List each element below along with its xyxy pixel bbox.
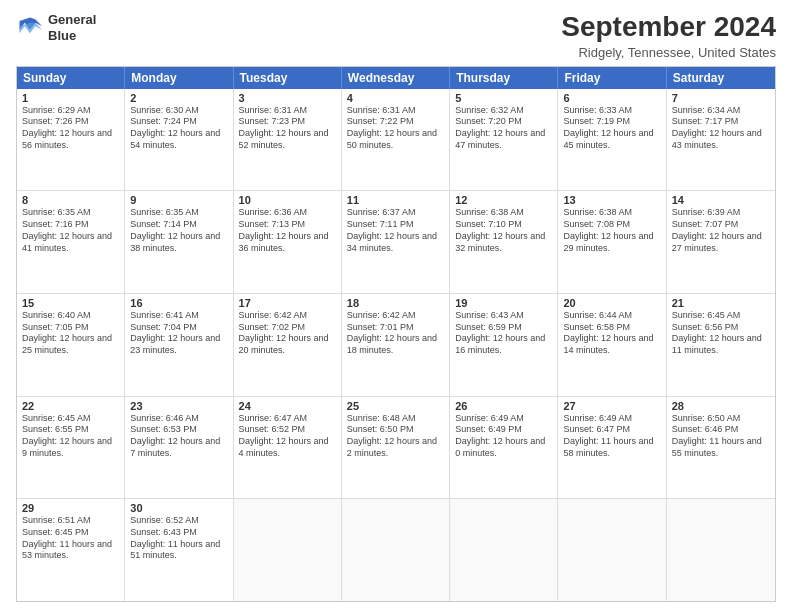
calendar-cell: 8Sunrise: 6:35 AM Sunset: 7:16 PM Daylig… [17, 191, 125, 293]
day-number: 5 [455, 92, 552, 104]
day-number: 27 [563, 400, 660, 412]
calendar-cell: 23Sunrise: 6:46 AM Sunset: 6:53 PM Dayli… [125, 397, 233, 499]
calendar-header-cell: Friday [558, 67, 666, 89]
day-number: 4 [347, 92, 444, 104]
day-number: 3 [239, 92, 336, 104]
day-number: 11 [347, 194, 444, 206]
day-number: 1 [22, 92, 119, 104]
calendar-cell: 7Sunrise: 6:34 AM Sunset: 7:17 PM Daylig… [667, 89, 775, 191]
calendar-cell: 11Sunrise: 6:37 AM Sunset: 7:11 PM Dayli… [342, 191, 450, 293]
calendar-cell: 10Sunrise: 6:36 AM Sunset: 7:13 PM Dayli… [234, 191, 342, 293]
day-number: 29 [22, 502, 119, 514]
logo-icon [16, 14, 44, 42]
calendar-header: SundayMondayTuesdayWednesdayThursdayFrid… [17, 67, 775, 89]
cell-detail: Sunrise: 6:47 AM Sunset: 6:52 PM Dayligh… [239, 413, 336, 460]
cell-detail: Sunrise: 6:49 AM Sunset: 6:47 PM Dayligh… [563, 413, 660, 460]
cell-detail: Sunrise: 6:31 AM Sunset: 7:22 PM Dayligh… [347, 105, 444, 152]
day-number: 16 [130, 297, 227, 309]
calendar-cell: 21Sunrise: 6:45 AM Sunset: 6:56 PM Dayli… [667, 294, 775, 396]
cell-detail: Sunrise: 6:30 AM Sunset: 7:24 PM Dayligh… [130, 105, 227, 152]
calendar-header-cell: Tuesday [234, 67, 342, 89]
calendar-cell: 3Sunrise: 6:31 AM Sunset: 7:23 PM Daylig… [234, 89, 342, 191]
calendar-cell: 4Sunrise: 6:31 AM Sunset: 7:22 PM Daylig… [342, 89, 450, 191]
cell-detail: Sunrise: 6:35 AM Sunset: 7:14 PM Dayligh… [130, 207, 227, 254]
subtitle: Ridgely, Tennessee, United States [561, 45, 776, 60]
calendar-cell [558, 499, 666, 601]
calendar-header-cell: Saturday [667, 67, 775, 89]
calendar-cell: 22Sunrise: 6:45 AM Sunset: 6:55 PM Dayli… [17, 397, 125, 499]
calendar-cell: 20Sunrise: 6:44 AM Sunset: 6:58 PM Dayli… [558, 294, 666, 396]
day-number: 30 [130, 502, 227, 514]
logo-line1: General [48, 12, 96, 28]
day-number: 8 [22, 194, 119, 206]
day-number: 17 [239, 297, 336, 309]
day-number: 22 [22, 400, 119, 412]
day-number: 2 [130, 92, 227, 104]
calendar-cell [667, 499, 775, 601]
calendar-cell: 18Sunrise: 6:42 AM Sunset: 7:01 PM Dayli… [342, 294, 450, 396]
cell-detail: Sunrise: 6:36 AM Sunset: 7:13 PM Dayligh… [239, 207, 336, 254]
cell-detail: Sunrise: 6:42 AM Sunset: 7:02 PM Dayligh… [239, 310, 336, 357]
cell-detail: Sunrise: 6:38 AM Sunset: 7:10 PM Dayligh… [455, 207, 552, 254]
calendar-week: 22Sunrise: 6:45 AM Sunset: 6:55 PM Dayli… [17, 397, 775, 500]
cell-detail: Sunrise: 6:38 AM Sunset: 7:08 PM Dayligh… [563, 207, 660, 254]
calendar-cell: 24Sunrise: 6:47 AM Sunset: 6:52 PM Dayli… [234, 397, 342, 499]
calendar-cell: 26Sunrise: 6:49 AM Sunset: 6:49 PM Dayli… [450, 397, 558, 499]
cell-detail: Sunrise: 6:31 AM Sunset: 7:23 PM Dayligh… [239, 105, 336, 152]
calendar-cell: 1Sunrise: 6:29 AM Sunset: 7:26 PM Daylig… [17, 89, 125, 191]
day-number: 28 [672, 400, 770, 412]
calendar-cell: 27Sunrise: 6:49 AM Sunset: 6:47 PM Dayli… [558, 397, 666, 499]
day-number: 7 [672, 92, 770, 104]
cell-detail: Sunrise: 6:51 AM Sunset: 6:45 PM Dayligh… [22, 515, 119, 562]
cell-detail: Sunrise: 6:46 AM Sunset: 6:53 PM Dayligh… [130, 413, 227, 460]
calendar-cell: 9Sunrise: 6:35 AM Sunset: 7:14 PM Daylig… [125, 191, 233, 293]
calendar-header-cell: Wednesday [342, 67, 450, 89]
cell-detail: Sunrise: 6:45 AM Sunset: 6:55 PM Dayligh… [22, 413, 119, 460]
day-number: 21 [672, 297, 770, 309]
calendar-cell: 15Sunrise: 6:40 AM Sunset: 7:05 PM Dayli… [17, 294, 125, 396]
calendar-cell: 14Sunrise: 6:39 AM Sunset: 7:07 PM Dayli… [667, 191, 775, 293]
calendar-cell: 12Sunrise: 6:38 AM Sunset: 7:10 PM Dayli… [450, 191, 558, 293]
calendar-cell [342, 499, 450, 601]
day-number: 26 [455, 400, 552, 412]
logo-line2: Blue [48, 28, 96, 44]
cell-detail: Sunrise: 6:39 AM Sunset: 7:07 PM Dayligh… [672, 207, 770, 254]
calendar-cell: 30Sunrise: 6:52 AM Sunset: 6:43 PM Dayli… [125, 499, 233, 601]
day-number: 6 [563, 92, 660, 104]
cell-detail: Sunrise: 6:50 AM Sunset: 6:46 PM Dayligh… [672, 413, 770, 460]
day-number: 12 [455, 194, 552, 206]
cell-detail: Sunrise: 6:35 AM Sunset: 7:16 PM Dayligh… [22, 207, 119, 254]
day-number: 14 [672, 194, 770, 206]
calendar-week: 29Sunrise: 6:51 AM Sunset: 6:45 PM Dayli… [17, 499, 775, 601]
cell-detail: Sunrise: 6:42 AM Sunset: 7:01 PM Dayligh… [347, 310, 444, 357]
cell-detail: Sunrise: 6:29 AM Sunset: 7:26 PM Dayligh… [22, 105, 119, 152]
calendar-cell: 19Sunrise: 6:43 AM Sunset: 6:59 PM Dayli… [450, 294, 558, 396]
header: General Blue September 2024 Ridgely, Ten… [16, 12, 776, 60]
day-number: 10 [239, 194, 336, 206]
calendar-week: 8Sunrise: 6:35 AM Sunset: 7:16 PM Daylig… [17, 191, 775, 294]
cell-detail: Sunrise: 6:40 AM Sunset: 7:05 PM Dayligh… [22, 310, 119, 357]
calendar-cell: 5Sunrise: 6:32 AM Sunset: 7:20 PM Daylig… [450, 89, 558, 191]
day-number: 15 [22, 297, 119, 309]
day-number: 18 [347, 297, 444, 309]
cell-detail: Sunrise: 6:48 AM Sunset: 6:50 PM Dayligh… [347, 413, 444, 460]
day-number: 24 [239, 400, 336, 412]
calendar-cell: 17Sunrise: 6:42 AM Sunset: 7:02 PM Dayli… [234, 294, 342, 396]
calendar-body: 1Sunrise: 6:29 AM Sunset: 7:26 PM Daylig… [17, 89, 775, 601]
logo: General Blue [16, 12, 96, 43]
calendar-cell: 16Sunrise: 6:41 AM Sunset: 7:04 PM Dayli… [125, 294, 233, 396]
day-number: 19 [455, 297, 552, 309]
day-number: 20 [563, 297, 660, 309]
logo-text: General Blue [48, 12, 96, 43]
cell-detail: Sunrise: 6:44 AM Sunset: 6:58 PM Dayligh… [563, 310, 660, 357]
cell-detail: Sunrise: 6:37 AM Sunset: 7:11 PM Dayligh… [347, 207, 444, 254]
cell-detail: Sunrise: 6:52 AM Sunset: 6:43 PM Dayligh… [130, 515, 227, 562]
cell-detail: Sunrise: 6:34 AM Sunset: 7:17 PM Dayligh… [672, 105, 770, 152]
calendar-cell: 6Sunrise: 6:33 AM Sunset: 7:19 PM Daylig… [558, 89, 666, 191]
cell-detail: Sunrise: 6:49 AM Sunset: 6:49 PM Dayligh… [455, 413, 552, 460]
page: General Blue September 2024 Ridgely, Ten… [0, 0, 792, 612]
calendar-week: 1Sunrise: 6:29 AM Sunset: 7:26 PM Daylig… [17, 89, 775, 192]
cell-detail: Sunrise: 6:41 AM Sunset: 7:04 PM Dayligh… [130, 310, 227, 357]
cell-detail: Sunrise: 6:45 AM Sunset: 6:56 PM Dayligh… [672, 310, 770, 357]
calendar-cell [450, 499, 558, 601]
